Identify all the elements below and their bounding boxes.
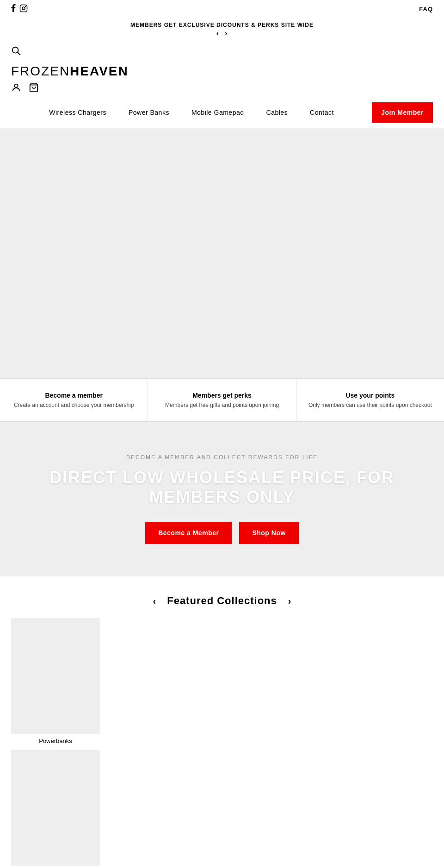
svg-point-5 bbox=[14, 84, 18, 87]
featured-collections-header: ‹ Featured Collections › bbox=[11, 595, 433, 607]
collections-prev-arrow[interactable]: ‹ bbox=[153, 596, 156, 606]
instagram-icon[interactable] bbox=[19, 4, 28, 14]
featured-collections-title: Featured Collections bbox=[167, 595, 277, 607]
feature-member-desc: Create an account and choose your member… bbox=[7, 402, 140, 408]
members-banner-sub: BECOME A MEMBER AND COLLECT REWARDS FOR … bbox=[18, 454, 426, 461]
feature-perks-title: Members get perks bbox=[155, 392, 288, 399]
collection-item-powerbanks[interactable]: Powerbanks bbox=[11, 618, 433, 744]
user-icon[interactable] bbox=[11, 82, 21, 95]
cart-icon[interactable] bbox=[29, 82, 39, 95]
announcement-nav: ‹ › bbox=[0, 28, 444, 41]
feature-member-title: Become a member bbox=[7, 392, 140, 399]
feature-item-member: Become a member Create an account and ch… bbox=[0, 379, 148, 421]
facebook-icon[interactable] bbox=[11, 4, 16, 14]
faq-link[interactable]: FAQ bbox=[419, 6, 433, 12]
announcement-prev[interactable]: ‹ bbox=[216, 29, 219, 37]
svg-point-3 bbox=[12, 47, 18, 53]
collections-next-arrow[interactable]: › bbox=[288, 596, 291, 606]
collection-label-powerbanks: Powerbanks bbox=[11, 737, 100, 744]
feature-points-title: Use your points bbox=[304, 392, 437, 399]
become-member-button[interactable]: Become a Member bbox=[145, 522, 232, 544]
nav-cables[interactable]: Cables bbox=[255, 105, 299, 120]
header-icons bbox=[0, 81, 444, 97]
top-bar: FAQ bbox=[0, 0, 444, 18]
navbar: Wireless Chargers Power Banks Mobile Gam… bbox=[0, 97, 444, 128]
site-logo[interactable]: FROZENHEAVEN bbox=[0, 62, 444, 81]
nav-links: Wireless Chargers Power Banks Mobile Gam… bbox=[11, 105, 372, 120]
svg-rect-0 bbox=[20, 5, 27, 12]
feature-item-perks: Members get perks Members get free gifts… bbox=[148, 379, 296, 421]
feature-perks-desc: Members get free gifts and points upon j… bbox=[155, 402, 288, 408]
shop-now-button[interactable]: Shop Now bbox=[239, 522, 298, 544]
announcement-text: MEMBERS GET EXCLUSIVE DICOUNTS & PERKS S… bbox=[0, 22, 444, 28]
collection-img-powerbanks bbox=[11, 618, 100, 734]
members-banner-title: DIRECT LOW WHOLESALE PRICE, FOR MEMBERS … bbox=[18, 468, 426, 507]
nav-contact[interactable]: Contact bbox=[299, 105, 345, 120]
feature-item-points: Use your points Only members can use the… bbox=[296, 379, 444, 421]
feature-points-desc: Only members can use their points upon c… bbox=[304, 402, 437, 408]
members-banner-buttons: Become a Member Shop Now bbox=[18, 522, 426, 544]
svg-line-4 bbox=[18, 52, 20, 55]
features-row: Become a member Create an account and ch… bbox=[0, 378, 444, 422]
join-member-button[interactable]: Join Member bbox=[372, 102, 433, 123]
search-bar bbox=[0, 42, 444, 62]
social-icons bbox=[11, 4, 28, 14]
nav-mobile-gamepad[interactable]: Mobile Gamepad bbox=[180, 105, 255, 120]
search-icon[interactable] bbox=[11, 46, 21, 58]
collection-img-gamepads bbox=[11, 750, 100, 866]
logo-part1: FROZEN bbox=[11, 64, 70, 78]
svg-point-2 bbox=[25, 6, 26, 7]
members-banner: BECOME A MEMBER AND COLLECT REWARDS FOR … bbox=[0, 422, 444, 576]
nav-power-banks[interactable]: Power Banks bbox=[117, 105, 180, 120]
hero-image bbox=[0, 128, 444, 378]
collection-item-gamepads[interactable]: Gamepads bbox=[11, 750, 433, 868]
nav-wireless-chargers[interactable]: Wireless Chargers bbox=[38, 105, 117, 120]
svg-point-1 bbox=[22, 7, 25, 10]
featured-collections: ‹ Featured Collections › Powerbanks Game… bbox=[0, 576, 444, 868]
announcement-bar: MEMBERS GET EXCLUSIVE DICOUNTS & PERKS S… bbox=[0, 18, 444, 42]
announcement-next[interactable]: › bbox=[225, 29, 228, 37]
logo-part2: HEAVEN bbox=[70, 64, 129, 78]
